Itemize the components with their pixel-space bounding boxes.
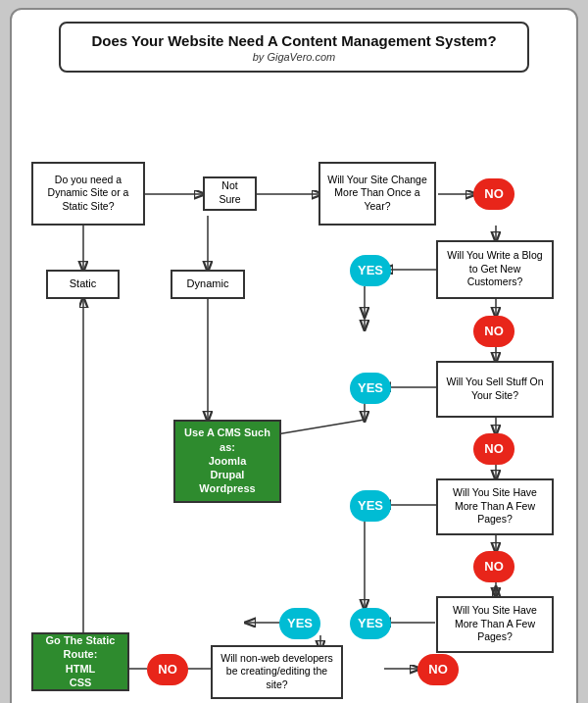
main-title: Does Your Website Need A Content Managem… xyxy=(73,31,515,51)
blog-question: Will You Write a Blog to Get New Custome… xyxy=(436,240,554,299)
change-question: Will Your Site Change More Than Once a Y… xyxy=(318,162,436,226)
no-badge-2: NO xyxy=(473,316,514,347)
sell-question: Will You Sell Stuff On Your Site? xyxy=(436,361,554,418)
non-web-question: Will non-web developers be creating/edit… xyxy=(211,645,343,699)
flowchart: Do you need a Dynamic Site or a Static S… xyxy=(22,88,570,704)
pages-question-1: Will You Site Have More Than A Few Pages… xyxy=(436,478,554,535)
yes-badge-2: YES xyxy=(350,373,391,404)
not-sure-box: Not Sure xyxy=(203,176,257,211)
yes-badge-5: YES xyxy=(279,608,320,639)
no-badge-1: NO xyxy=(473,178,514,210)
no-badge-4: NO xyxy=(473,551,514,582)
static-label: Static xyxy=(46,270,120,299)
no-badge-3: NO xyxy=(473,433,514,465)
no-badge-5: NO xyxy=(417,654,459,685)
diagram-wrapper: Does Your Website Need A Content Managem… xyxy=(10,8,578,703)
yes-badge-4: YES xyxy=(350,608,391,639)
dynamic-label: Dynamic xyxy=(171,270,245,299)
dynamic-static-question: Do you need a Dynamic Site or a Static S… xyxy=(31,162,145,226)
no-badge-6: NO xyxy=(147,654,188,685)
cms-box: Use A CMS Such as: Joomla Drupal Wordpre… xyxy=(173,420,281,503)
yes-badge-3: YES xyxy=(350,490,391,522)
static-route-box: Go The Static Route: HTML CSS xyxy=(31,632,129,691)
subtitle: by GigaVero.com xyxy=(73,51,515,63)
title-box: Does Your Website Need A Content Managem… xyxy=(59,22,529,73)
yes-badge-1: YES xyxy=(350,255,391,286)
pages-question-2: Will You Site Have More Than A Few Pages… xyxy=(436,596,554,653)
